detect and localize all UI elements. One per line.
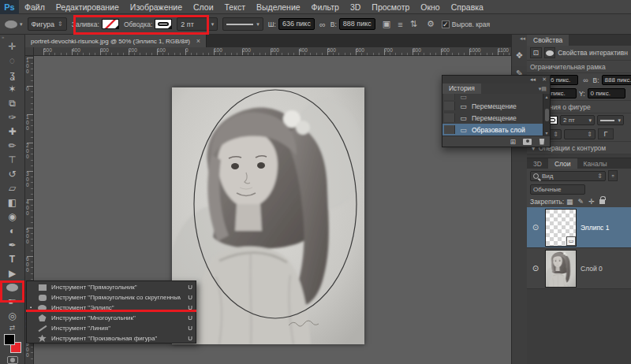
tab-layers[interactable]: Слои xyxy=(548,158,577,169)
flyout-tool-item[interactable]: Инструмент "Прямоугольник со скругленным… xyxy=(27,292,196,303)
menu-item[interactable]: Выделение xyxy=(251,0,306,14)
history-source-well[interactable] xyxy=(444,102,455,110)
dodge-tool[interactable]: ◐ xyxy=(0,224,25,238)
flyout-tool-item[interactable]: Инструмент "Произвольная фигура" U xyxy=(27,333,196,344)
hand-tool[interactable]: ☛ xyxy=(0,295,25,309)
history-step[interactable]: ▭ xyxy=(442,94,550,100)
close-icon[interactable]: × xyxy=(196,37,200,45)
menu-item[interactable]: Редактирование xyxy=(50,0,125,14)
prop-height-field[interactable]: 888 пикс. xyxy=(602,75,631,85)
prop-y-field[interactable]: 0 пикс. xyxy=(588,88,625,98)
tab-history[interactable]: История xyxy=(442,84,481,94)
stroke-width-dropdown[interactable]: 2 пт ▾ xyxy=(177,17,218,31)
expand-panels-icon[interactable]: ◂◂ xyxy=(520,35,527,43)
snapshot-camera-icon[interactable] xyxy=(523,139,532,145)
lock-pixels-icon[interactable]: ✎ xyxy=(578,198,584,206)
pen-tool[interactable]: ✒ xyxy=(0,238,25,252)
visibility-eye-icon[interactable]: ⊙ xyxy=(530,264,541,273)
menu-item[interactable]: Справка xyxy=(446,0,489,14)
layer-filter-dropdown[interactable]: Вид ⇕ xyxy=(530,171,606,181)
menu-item[interactable]: Слои xyxy=(188,0,219,14)
flyout-tool-item[interactable]: Инструмент "Прямоугольник" U xyxy=(27,282,196,292)
layer-thumbnail[interactable] xyxy=(545,250,577,288)
layer-row-ellipse[interactable]: ⊙ ▭ Эллипс 1 xyxy=(527,207,631,248)
ellipse-tool[interactable]: ◯ xyxy=(0,280,25,295)
foreground-color-swatch[interactable] xyxy=(4,334,15,345)
lock-all-icon[interactable] xyxy=(599,199,605,204)
trash-icon[interactable] xyxy=(539,139,545,145)
transform-properties-icon[interactable]: ⊡ xyxy=(530,47,542,58)
tab-3d[interactable]: 3D xyxy=(527,158,548,169)
menu-item[interactable]: Окно xyxy=(415,0,445,14)
menu-item[interactable]: Текст xyxy=(219,0,251,14)
document-canvas[interactable] xyxy=(172,87,364,344)
menu-item[interactable]: Изображение xyxy=(125,0,188,14)
history-source-well[interactable] xyxy=(444,125,455,134)
stroke-style-dropdown[interactable]: ▾ xyxy=(222,17,263,31)
blur-tool[interactable]: ◉ xyxy=(0,210,25,224)
path-selection-tool[interactable]: ▶ xyxy=(0,266,25,280)
prop-stroke-caps-dropdown[interactable]: ⇕ xyxy=(564,129,596,139)
path-operations-icon[interactable]: ▣ xyxy=(380,19,393,29)
layer-thumbnail[interactable]: ▭ xyxy=(545,209,577,247)
menu-item[interactable]: Файл xyxy=(19,0,50,14)
lock-transparency-icon[interactable]: ▦ xyxy=(566,198,573,206)
scrollbar[interactable]: ▴ ▾ xyxy=(543,94,550,136)
menu-item[interactable]: 3D xyxy=(345,0,366,14)
swap-colors-icon[interactable]: ⇄ xyxy=(0,323,25,332)
layer-row-background[interactable]: ⊙ Слой 0 xyxy=(527,248,631,289)
flyout-tool-item[interactable]: Инструмент "Многоугольник" U xyxy=(27,313,196,323)
tab-channels[interactable]: Каналы xyxy=(577,158,614,169)
path-alignment-icon[interactable]: ≡ xyxy=(395,20,405,29)
shape-width-field[interactable]: 636 пикс xyxy=(278,18,315,30)
path-arrangement-icon[interactable]: ⇅ xyxy=(408,19,420,29)
stroke-corner-icon[interactable]: Г xyxy=(598,128,614,139)
color-swatches[interactable] xyxy=(3,334,22,353)
mask-properties-icon[interactable] xyxy=(544,47,556,58)
tool-mode-dropdown[interactable]: Фигура ⇕ xyxy=(28,17,67,31)
gear-icon[interactable]: ⚙ xyxy=(424,19,437,29)
type-tool[interactable]: T xyxy=(0,252,25,266)
visibility-eye-icon[interactable]: ⊙ xyxy=(530,223,541,232)
fill-swatch[interactable] xyxy=(102,19,119,29)
panel-menu-icon[interactable]: ▾▤ xyxy=(539,86,550,92)
marquee-tool[interactable]: ◌ xyxy=(0,54,25,68)
document-tab[interactable]: portret-devochki-risunok.jpg @ 50% (Элли… xyxy=(25,35,207,47)
zoom-tool[interactable]: ◎ xyxy=(0,309,25,323)
healing-brush-tool[interactable]: ✚ xyxy=(0,124,25,139)
crop-tool[interactable]: ⧉ xyxy=(0,96,25,110)
brush-presets-panel-icon[interactable]: ❖ xyxy=(516,50,524,61)
menu-item[interactable]: Просмотр xyxy=(366,0,415,14)
link-dimensions-icon[interactable]: ∞ xyxy=(581,76,590,84)
prop-stroke-style-dropdown[interactable]: ▾ xyxy=(597,115,624,125)
history-brush-tool[interactable]: ↺ xyxy=(0,167,25,181)
prop-stroke-width-dropdown[interactable]: 2 пт ▾ xyxy=(560,115,595,125)
history-step[interactable]: ▭ Перемещение xyxy=(442,100,550,112)
lasso-tool[interactable]: ʓ xyxy=(0,68,25,82)
link-dimensions-icon[interactable]: ∞ xyxy=(317,20,328,29)
blend-mode-dropdown[interactable]: Обычные xyxy=(530,184,585,195)
scrollbar-thumb[interactable] xyxy=(545,109,549,121)
tool-preset[interactable]: ▾ xyxy=(5,20,23,28)
scroll-up-icon[interactable]: ▴ xyxy=(545,94,547,99)
close-icon[interactable]: ✕ xyxy=(542,76,547,83)
menu-item[interactable]: Фильтр xyxy=(306,0,345,14)
clone-stamp-tool[interactable]: ⊤ xyxy=(0,153,25,167)
history-step[interactable]: ▭ Образовать слой xyxy=(442,124,550,136)
history-source-well[interactable] xyxy=(444,94,455,100)
flyout-tool-item[interactable]: Инструмент "Линия" U xyxy=(27,323,196,333)
tab-properties[interactable]: Свойства xyxy=(527,35,569,46)
shape-height-field[interactable]: 888 пикс xyxy=(339,18,375,30)
collapse-panel-icon[interactable]: ◂◂ xyxy=(530,76,536,83)
magic-wand-tool[interactable]: ✶ xyxy=(0,82,25,96)
new-document-from-state-icon[interactable]: ⊞ xyxy=(510,138,516,146)
gradient-tool[interactable]: ◧ xyxy=(0,195,25,210)
history-source-well[interactable] xyxy=(444,113,455,122)
brush-tool[interactable]: ✏ xyxy=(0,139,25,153)
quick-mask-icon[interactable] xyxy=(7,356,18,364)
eyedropper-tool[interactable]: ✑ xyxy=(0,110,25,124)
eraser-tool[interactable]: ▱ xyxy=(0,181,25,195)
scroll-down-icon[interactable]: ▾ xyxy=(545,130,547,136)
align-edges-checkbox[interactable]: ✓ xyxy=(442,20,450,28)
lock-position-icon[interactable]: ✛ xyxy=(588,198,595,206)
